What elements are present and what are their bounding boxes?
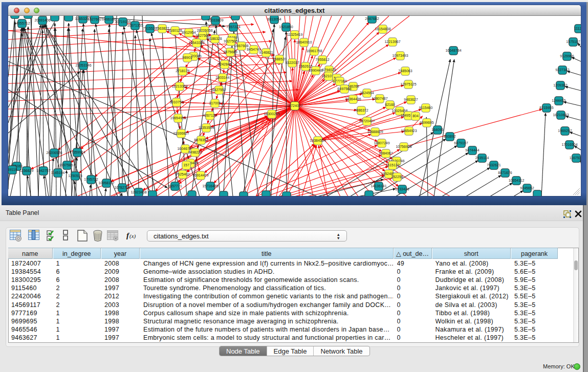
svg-text:9699695: 9699695 [420, 121, 433, 124]
svg-text:16961758: 16961758 [306, 49, 322, 53]
svg-text:16210643: 16210643 [553, 113, 569, 117]
svg-text:62160: 62160 [385, 103, 395, 106]
svg-text:11121: 11121 [574, 27, 581, 30]
svg-text:6794028: 6794028 [322, 68, 336, 72]
svg-text:16033809: 16033809 [207, 18, 223, 22]
svg-text:1588520: 1588520 [272, 57, 286, 61]
svg-text:18807249: 18807249 [374, 141, 389, 145]
svg-text:19384554: 19384554 [310, 139, 325, 142]
svg-text:7632621: 7632621 [487, 163, 500, 167]
svg-text:16782759: 16782759 [114, 186, 130, 189]
svg-text:9084067: 9084067 [379, 151, 393, 155]
svg-text:10973493: 10973493 [392, 54, 408, 57]
svg-text:10807487: 10807487 [372, 97, 387, 100]
svg-text:9146821: 9146821 [259, 51, 273, 54]
svg-text:9129966: 9129966 [560, 54, 574, 58]
svg-text:157: 157 [183, 163, 189, 167]
svg-text:9463627: 9463627 [404, 98, 418, 101]
svg-text:16914479: 16914479 [192, 173, 208, 177]
svg-text:2718176: 2718176 [176, 69, 189, 73]
svg-text:1167533: 1167533 [570, 156, 581, 160]
svg-text:164095: 164095 [431, 128, 443, 132]
svg-text:19975867: 19975867 [59, 163, 75, 167]
svg-text:14136141: 14136141 [371, 184, 386, 188]
svg-text:2087682: 2087682 [365, 17, 379, 20]
svg-text:317006: 317006 [209, 101, 221, 105]
svg-text:8912954: 8912954 [182, 31, 195, 34]
svg-text:1615132: 1615132 [385, 163, 399, 167]
svg-text:7625402: 7625402 [176, 172, 189, 176]
svg-text:1733426: 1733426 [395, 187, 409, 191]
svg-text:15716485: 15716485 [202, 184, 218, 188]
svg-text:1362615: 1362615 [298, 64, 312, 68]
svg-text:1942757: 1942757 [36, 169, 50, 172]
svg-text:98901: 98901 [182, 56, 192, 59]
svg-text:20691406: 20691406 [34, 18, 50, 22]
svg-text:4267130: 4267130 [203, 114, 216, 117]
svg-text:15720407: 15720407 [359, 119, 375, 123]
svg-text:16154838: 16154838 [375, 27, 390, 31]
svg-text:9227342: 9227342 [555, 68, 569, 72]
svg-text:7955812: 7955812 [315, 58, 329, 61]
svg-text:8215955: 8215955 [539, 106, 553, 110]
svg-text:1969297: 1969297 [558, 129, 572, 133]
svg-text:9474444: 9474444 [465, 148, 479, 152]
svg-text:1250515: 1250515 [68, 174, 82, 178]
svg-text:8186328: 8186328 [208, 37, 222, 40]
svg-text:19654923: 19654923 [401, 129, 417, 133]
svg-text:9777169: 9777169 [333, 79, 346, 83]
svg-text:11353594: 11353594 [199, 126, 214, 129]
svg-text:12213967: 12213967 [384, 40, 400, 43]
svg-text:2935114: 2935114 [475, 156, 489, 160]
svg-text:1010755: 1010755 [169, 100, 183, 104]
svg-text:9242845: 9242845 [217, 62, 231, 66]
svg-text:8427552: 8427552 [212, 88, 226, 92]
svg-text:2803144: 2803144 [215, 76, 229, 79]
svg-text:12213369: 12213369 [171, 84, 187, 88]
svg-text:1795722: 1795722 [84, 178, 98, 181]
svg-text:1921850: 1921850 [279, 25, 293, 29]
svg-text:8878352: 8878352 [194, 138, 208, 142]
svg-text:1145194: 1145194 [51, 171, 65, 174]
svg-text:7563822: 7563822 [155, 27, 169, 30]
svg-text:39119: 39119 [8, 168, 17, 171]
svg-text:17016504: 17016504 [561, 143, 577, 146]
svg-text:7357224: 7357224 [226, 25, 240, 29]
svg-text:10958107: 10958107 [98, 181, 114, 185]
svg-text:9327505: 9327505 [224, 39, 237, 43]
svg-text:8813054: 8813054 [267, 17, 281, 21]
svg-text:6497568: 6497568 [337, 87, 351, 91]
svg-text:8990448: 8990448 [309, 69, 322, 72]
svg-text:1527602: 1527602 [88, 17, 101, 21]
svg-text:7485063: 7485063 [398, 69, 412, 73]
svg-text:7886372: 7886372 [354, 108, 368, 112]
svg-text:10654112: 10654112 [509, 179, 525, 182]
svg-text:8160128: 8160128 [168, 29, 182, 32]
svg-text:12975125: 12975125 [400, 82, 416, 86]
svg-text:252254: 252254 [391, 175, 403, 179]
svg-text:11325419: 11325419 [287, 33, 303, 36]
svg-text:21053346: 21053346 [75, 63, 91, 67]
svg-text:20206526: 20206526 [46, 151, 62, 155]
svg-text:3498222: 3498222 [188, 150, 202, 154]
svg-text:12923468: 12923468 [130, 190, 146, 194]
svg-text:14055712: 14055712 [14, 21, 30, 25]
svg-text:5322037: 5322037 [285, 61, 299, 64]
svg-text:1209382: 1209382 [553, 83, 567, 87]
svg-text:9245652: 9245652 [520, 186, 534, 190]
svg-text:19654955: 19654955 [170, 116, 186, 120]
svg-text:9657771: 9657771 [168, 184, 182, 188]
svg-text:893892: 893892 [444, 135, 455, 138]
svg-text:16543382: 16543382 [188, 41, 204, 45]
svg-text:19166827: 19166827 [173, 132, 189, 135]
svg-text:804: 804 [412, 114, 419, 118]
svg-text:16671355: 16671355 [127, 24, 143, 27]
svg-text:2867608: 2867608 [234, 44, 248, 48]
svg-text:17359924: 17359924 [69, 150, 85, 154]
svg-text:18300295: 18300295 [264, 112, 279, 116]
svg-text:6466160: 6466160 [102, 17, 116, 21]
svg-text:8471676: 8471676 [498, 171, 512, 174]
svg-text:1156829: 1156829 [20, 169, 34, 172]
svg-text:1244415: 1244415 [552, 99, 565, 102]
svg-text:18640910: 18640910 [296, 40, 312, 44]
